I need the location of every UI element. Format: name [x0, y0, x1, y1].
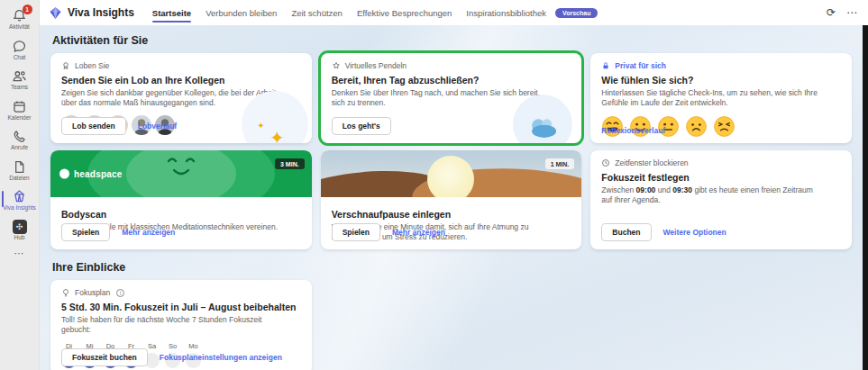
reflection-history-link[interactable]: Reflexionsverlauf — [601, 126, 665, 135]
section-title-activities: Aktivitäten für Sie — [52, 34, 852, 47]
checkin-title: Wie fühlen Sie sich? — [601, 75, 841, 86]
sidebar-item-label: Dateien — [9, 176, 29, 182]
headspace-brand: headspace — [59, 169, 123, 179]
cloud-decoration — [513, 95, 572, 143]
duration-badge: 3 MIN. — [275, 158, 305, 169]
checkin-body: Hinterlassen Sie tägliche Check-Ins, um … — [601, 88, 821, 109]
play-button[interactable]: Spielen — [332, 223, 380, 241]
focus-plan-actions: Fokuszeit buchen Fokusplaneinstellungen … — [61, 348, 282, 366]
commute-actions: Los geht's — [332, 117, 391, 135]
headspace-card[interactable]: headspace 3 MIN. Bodyscan Geist und Seel… — [50, 150, 312, 249]
focus-plan-body: Toll! Sie haben für die nächste Woche 7 … — [61, 315, 281, 336]
sidebar-item-label: Chat — [14, 55, 26, 61]
sidebar-item-hub[interactable]: ✣ Hub — [0, 216, 40, 246]
focus-block-category: Zeitfenster blockieren — [601, 158, 841, 167]
sidebar-item-files[interactable]: Dateien — [0, 156, 40, 186]
show-more-link[interactable]: Mehr anzeigen — [122, 228, 175, 237]
sidebar-item-calls[interactable]: Anrufe — [0, 125, 40, 156]
emoji-worried-icon[interactable] — [685, 115, 708, 138]
clock-icon — [601, 158, 610, 167]
lock-icon — [601, 61, 610, 70]
sidebar-item-more-apps[interactable]: ⋯ — [0, 245, 40, 262]
tab-startseite[interactable]: Startseite — [152, 2, 191, 24]
info-icon[interactable]: i — [116, 289, 124, 297]
breathing-title: Verschnaufpause einlegen — [332, 209, 571, 220]
sparkle-icon: ✦ — [257, 121, 264, 131]
focus-plan-card[interactable]: Fokusplan i 5 Std. 30 Min. Fokuszeit in … — [50, 280, 312, 370]
header-actions: ⟳ ⋯ — [827, 7, 857, 18]
phone-icon — [12, 129, 27, 144]
breathing-actions: Spielen Mehr anzeigen — [332, 223, 445, 241]
checkin-actions: Reflexionsverlauf — [601, 126, 665, 135]
lets-go-button[interactable]: Los geht's — [332, 117, 391, 135]
section-title-insights: Ihre Einblicke — [52, 261, 852, 274]
screen-edge-strip — [863, 25, 868, 370]
duration-badge: 1 MIN. — [545, 158, 575, 169]
focus-block-title: Fokuszeit festlegen — [601, 172, 841, 183]
people-icon — [12, 68, 27, 84]
play-button[interactable]: Spielen — [61, 223, 110, 241]
chat-icon — [12, 39, 27, 54]
headspace-banner: headspace 3 MIN. — [50, 150, 312, 197]
activity-badge: 1 — [23, 5, 32, 14]
show-more-link[interactable]: Mehr anzeigen — [392, 228, 445, 237]
more-options-link[interactable]: Weitere Optionen — [663, 228, 726, 237]
sidebar-item-viva-insights[interactable]: Viva Insights — [0, 185, 40, 216]
checkin-card[interactable]: Privat für sich Wie fühlen Sie sich? Hin… — [590, 53, 852, 143]
refresh-icon[interactable]: ⟳ — [827, 7, 836, 18]
activities-row: Loben Sie Senden Sie ein Lob an Ihre Kol… — [50, 53, 852, 143]
praise-icon — [61, 61, 70, 70]
praise-card[interactable]: Loben Sie Senden Sie ein Lob an Ihre Kol… — [50, 53, 312, 143]
more-options-icon[interactable]: ⋯ — [846, 7, 857, 18]
sidebar-item-chat[interactable]: Chat — [0, 35, 40, 66]
focus-block-body: Zwischen 09:00 und 09:30 gibt es heute e… — [601, 185, 821, 206]
meditation-face-icon — [152, 152, 210, 183]
viva-insights-icon — [12, 189, 27, 204]
sidebar-item-calendar[interactable]: Kalender — [0, 95, 40, 126]
sidebar-item-activity[interactable]: 1 Aktivität — [0, 5, 40, 35]
tab-effektive-besprechungen[interactable]: Effektive Besprechungen — [357, 2, 452, 24]
media-row: headspace 3 MIN. Bodyscan Geist und Seel… — [50, 150, 852, 249]
calendar-icon — [12, 99, 27, 114]
sidebar-item-teams[interactable]: Teams — [0, 65, 40, 95]
praise-title: Senden Sie ein Lob an Ihre Kollegen — [61, 75, 301, 86]
focus-block-card[interactable]: Zeitfenster blockieren Fokuszeit festleg… — [590, 150, 852, 249]
emoji-distressed-icon[interactable] — [713, 115, 736, 138]
focus-block-actions: Buchen Weitere Optionen — [601, 223, 726, 241]
praise-category: Loben Sie — [61, 61, 301, 70]
file-icon — [12, 159, 27, 175]
send-praise-button[interactable]: Lob senden — [61, 117, 126, 135]
nature-banner: 1 MIN. — [321, 150, 582, 197]
cloud-icon — [525, 115, 560, 139]
praise-actions: Lob senden Lobverlauf — [61, 117, 177, 135]
app-title: Viva Insights — [68, 6, 134, 19]
free-slot-end: 09:30 — [672, 185, 692, 194]
praise-history-link[interactable]: Lobverlauf — [138, 122, 177, 131]
app-header: Viva Insights Startseite Verbunden bleib… — [40, 0, 868, 25]
book-focus-time-button[interactable]: Fokuszeit buchen — [61, 348, 148, 366]
breathing-card[interactable]: 1 MIN. Verschnaufpause einlegen Verbring… — [321, 150, 582, 249]
more-icon: ⋯ — [14, 248, 25, 257]
star-icon — [332, 61, 341, 70]
checkin-category: Privat für sich — [601, 61, 841, 70]
commute-category: Virtuelles Pendeln — [332, 61, 571, 70]
book-button[interactable]: Buchen — [601, 223, 651, 241]
tab-zeit-schuetzen[interactable]: Zeit schützen — [291, 2, 343, 24]
sun-decoration — [427, 156, 474, 197]
preview-badge: Vorschau — [555, 8, 598, 18]
virtual-commute-card[interactable]: Virtuelles Pendeln Bereit, Ihren Tag abz… — [321, 53, 582, 143]
focus-plan-category: Fokusplan i — [61, 288, 301, 297]
tab-verbunden-bleiben[interactable]: Verbunden bleiben — [206, 2, 277, 24]
sidebar-item-label: Kalender — [7, 115, 31, 122]
tab-inspirationsbibliothek[interactable]: Inspirationsbibliothek — [466, 2, 546, 24]
viva-insights-logo — [49, 6, 62, 20]
sparkle-icon: ✦ — [270, 127, 285, 143]
sidebar-item-label: Viva Insights — [3, 205, 36, 212]
commute-title: Bereit, Ihren Tag abzuschließen? — [332, 75, 571, 86]
focus-plan-settings-link[interactable]: Fokusplaneinstellungen anzeigen — [160, 353, 282, 362]
header-tabs: Startseite Verbunden bleiben Zeit schütz… — [152, 2, 546, 24]
app-rail: 1 Aktivität Chat Teams Kalender Anrufe D… — [0, 0, 40, 370]
sidebar-item-label: Aktivität — [9, 24, 30, 31]
sidebar-item-label: Hub — [14, 235, 25, 241]
sidebar-item-label: Teams — [11, 85, 28, 91]
